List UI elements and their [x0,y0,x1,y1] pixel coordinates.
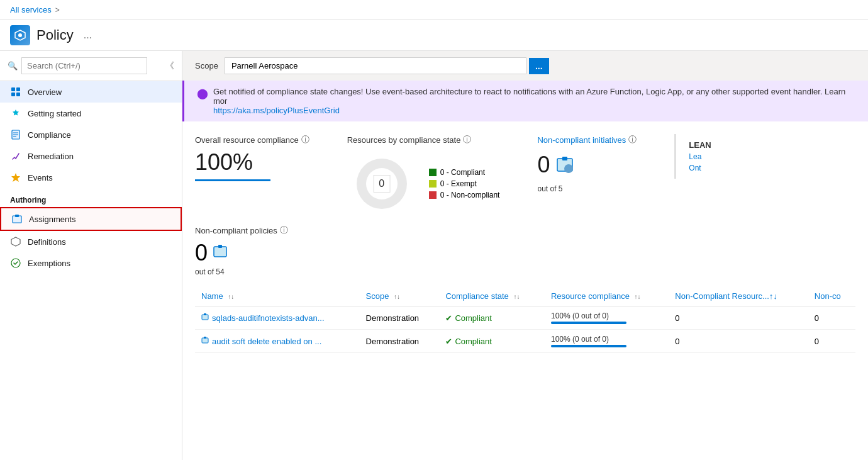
table-row: audit soft delete enabled on ... Demonst… [195,330,855,353]
svg-marker-10 [11,173,20,182]
scope-label: Scope [195,61,218,70]
non-compliant-initiatives-title[interactable]: Non-compliant initiatives ⓘ [537,134,637,145]
all-services-link[interactable]: All services [10,5,52,14]
table-section: Name ↑↓ Scope ↑↓ Compliance state ↑↓ R [182,286,868,353]
sidebar-item-label-overview: Overview [28,87,62,97]
initiatives-value-row: 0 [537,152,637,178]
row1-icon [201,315,211,322]
policies-num: 0 [195,240,208,266]
row2-name-link[interactable]: audit soft delete enabled on ... [212,337,321,346]
sidebar-item-label-assignments: Assignments [29,215,75,224]
legend-label-compliant: 0 - Compliant [440,168,485,177]
sidebar-item-definitions[interactable]: Definitions [0,231,182,252]
sidebar-item-label-exemptions: Exemptions [28,259,70,268]
legend-color-compliant [429,169,437,176]
resources-by-state-title: Resources by compliance state ⓘ [347,134,500,145]
resource-compliance-sort-icon[interactable]: ↑↓ [635,293,641,300]
col-scope[interactable]: Scope ↑↓ [360,286,440,306]
overall-compliance-info-icon[interactable]: ⓘ [301,134,309,145]
legend-color-exempt [429,180,437,188]
collapse-button[interactable]: 《 [165,60,174,72]
sidebar-item-label-compliance: Compliance [28,130,71,140]
resources-by-state-block: Resources by compliance state ⓘ 0 [347,134,500,218]
row2-non-co-cell: 0 [808,330,855,353]
scope-bar: Scope ... [182,51,868,81]
svg-point-19 [564,164,573,173]
policies-info-icon[interactable]: ⓘ [280,225,288,236]
sidebar-item-label-getting-started: Getting started [28,109,81,118]
svg-rect-24 [202,338,208,343]
policies-out-of: out of 54 [195,267,855,276]
assignments-table: Name ↑↓ Scope ↑↓ Compliance state ↑↓ R [195,286,855,353]
sidebar-item-assignments[interactable]: Assignments [0,207,182,231]
legend-label-non-compliant: 0 - Non-compliant [440,191,500,199]
col-non-compliant-resources[interactable]: Non-Compliant Resourc...↑↓ [669,286,808,306]
assignments-icon [11,213,23,225]
col-name[interactable]: Name ↑↓ [195,286,360,306]
events-icon [10,172,21,183]
chart-area: 0 0 - Compliant 0 - Exempt [347,149,500,218]
compliance-state-sort-icon[interactable]: ↑↓ [513,293,520,300]
scope-sort-icon[interactable]: ↑↓ [394,293,400,300]
sidebar-item-overview[interactable]: Overview [0,81,182,103]
non-compliant-initiatives-block: Non-compliant initiatives ⓘ 0 out of 5 [537,134,637,193]
svg-rect-20 [214,247,226,257]
scope-input[interactable] [225,57,526,74]
row1-non-compliant-cell: 0 [669,306,808,330]
search-icon: 🔍 [8,61,18,70]
row1-non-co-cell: 0 [808,306,855,330]
donut-center-label: 0 [373,175,390,193]
row1-name-link[interactable]: sqlads-auditifnotexists-advan... [212,313,324,323]
learn-link-1[interactable]: Lea [689,152,737,161]
resources-state-info-icon[interactable]: ⓘ [463,134,471,145]
notification-link[interactable]: https://aka.ms/policyPlusEventGrid [213,106,340,115]
row1-bar-bg [551,322,626,324]
row1-resource-compliance-cell: 100% (0 out of 0) [545,306,669,330]
scope-button[interactable]: ... [529,58,549,74]
sidebar-item-compliance[interactable]: Compliance [0,124,182,145]
svg-rect-5 [16,93,20,96]
compliance-icon [10,129,21,140]
sidebar-item-remediation[interactable]: Remediation [0,145,182,167]
row1-scope-cell: Demonstration [360,306,440,330]
sidebar-item-exemptions[interactable]: Exemptions [0,252,182,274]
app-more-button[interactable]: ... [80,28,96,42]
initiatives-info-icon[interactable]: ⓘ [628,134,637,145]
initiatives-out-of: out of 5 [537,184,637,193]
col-compliance-state[interactable]: Compliance state ↑↓ [439,286,545,306]
row2-compliance-state-cell: ✔ Compliant [439,330,545,353]
row2-bar-fill [551,345,626,347]
col-resource-compliance[interactable]: Resource compliance ↑↓ [545,286,669,306]
legend-color-non-compliant [429,191,437,199]
learn-section: LEAN Lea Ont [674,134,750,179]
policies-value-row: 0 [195,240,855,266]
svg-point-1 [18,33,22,37]
search-input[interactable] [21,57,147,74]
row2-resource-bar-wrap: 100% (0 out of 0) [551,335,662,347]
notification-icon: ⬤ [197,87,208,99]
sidebar-item-getting-started[interactable]: Getting started [0,103,182,124]
row2-icon [201,338,211,345]
remediation-icon [10,150,21,162]
svg-rect-22 [202,315,208,320]
learn-link-2[interactable]: Ont [689,164,737,172]
row2-resource-compliance-cell: 100% (0 out of 0) [545,330,669,353]
app-icon [10,25,30,45]
breadcrumb-bar: All services > [0,0,868,20]
col-non-co[interactable]: Non-co [808,286,855,306]
table-header-row: Name ↑↓ Scope ↑↓ Compliance state ↑↓ R [195,286,855,306]
breadcrumb-sep: > [55,6,60,14]
notification-content: Get notified of compliance state changes… [213,87,855,115]
svg-rect-2 [11,87,15,91]
donut-chart: 0 [347,149,416,218]
svg-rect-25 [204,337,206,339]
overall-compliance-title: Overall resource compliance ⓘ [195,134,309,145]
overall-compliance-value: 100% [195,149,309,176]
initiatives-icon [555,155,575,175]
sidebar: 🔍 《 Overview Getting started Compliance [0,51,182,460]
name-sort-icon[interactable]: ↑↓ [228,293,234,300]
content-area: Scope ... ⬤ Get notified of compliance s… [182,51,868,460]
overall-compliance-underline [195,179,270,181]
svg-rect-18 [562,157,567,160]
sidebar-item-events[interactable]: Events [0,167,182,188]
